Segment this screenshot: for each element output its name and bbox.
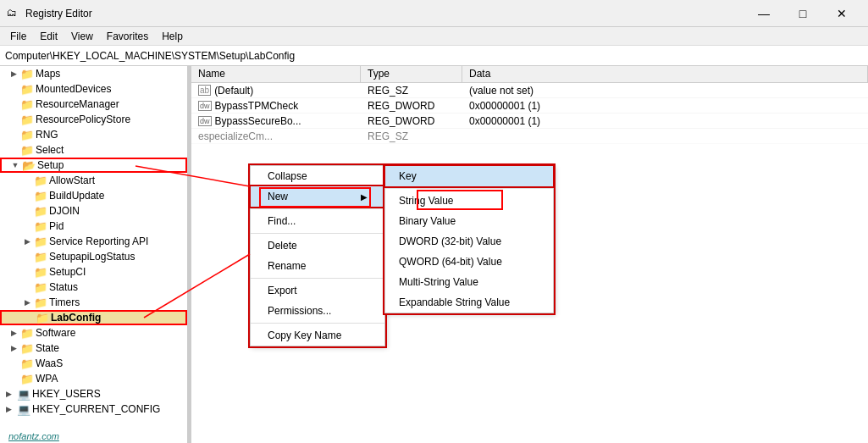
tree-item-pid[interactable]: 📁 Pid [0,219,187,234]
tree-item-setup[interactable]: ▼ 📂 Setup [0,158,187,173]
menu-file[interactable]: File [3,29,33,43]
ctx-collapse[interactable]: Collapse [251,166,384,186]
tree-item-labconfig[interactable]: 📁 LabConfig [0,310,187,325]
ctx-export-label: Export [268,285,297,296]
value-row-secureboot[interactable]: dw BypassSecureBo... REG_DWORD 0x0000000… [191,114,868,129]
tree-label-state: State [34,342,59,354]
tree-item-status[interactable]: 📁 Status [0,280,187,295]
menu-view[interactable]: View [64,29,100,43]
app-icon: 🗂 [7,7,20,20]
folder-icon-timers: 📁 [34,296,47,309]
tree-item-wpa[interactable]: 📁 WPA [0,371,187,386]
submenu-wrapper: Key String Value Binary Value DWORD (32-… [384,165,554,313]
tree-label-select: Select [34,144,64,156]
value-row-tpmcheck[interactable]: dw BypassTPMCheck REG_DWORD 0x00000001 (… [191,98,868,114]
tree-item-mounted[interactable]: 📁 MountedDevices [0,81,187,97]
toggle-service: ▶ [20,237,34,246]
folder-icon-status: 📁 [34,281,47,294]
tree-label-resource: ResourceManager [34,98,119,110]
ctx-copy[interactable]: Copy Key Name [251,325,384,346]
address-bar: Computer\HKEY_LOCAL_MACHINE\SYSTEM\Setup… [0,46,868,66]
menu-bar: File Edit View Favorites Help [0,27,868,46]
context-menu-wrapper: Collapse New ▶ Find... Delete Rename Exp… [250,165,385,346]
folder-icon-maps: 📁 [20,68,34,80]
value-row-default[interactable]: ab (Default) REG_SZ (value not set) [191,83,868,98]
header-name[interactable]: Name [191,66,361,82]
menu-favorites[interactable]: Favorites [100,29,155,43]
tree-item-waas[interactable]: 📁 WaaS [0,356,187,371]
folder-icon-select: 📁 [20,144,34,157]
close-button[interactable]: ✕ [822,0,861,27]
menu-edit[interactable]: Edit [33,29,64,43]
folder-icon-service: 📁 [34,235,47,248]
ctx-export[interactable]: Export [251,280,384,301]
tree-item-service[interactable]: ▶ 📁 Service Reporting API [0,234,187,249]
folder-icon-mounted: 📁 [20,83,34,96]
minimize-button[interactable]: — [744,0,783,27]
tree-label-setupci: SetupCI [47,266,86,278]
submenu-dword[interactable]: DWORD (32-bit) Value [385,231,553,252]
header-data[interactable]: Data [462,66,868,82]
submenu-multistring-label: Multi-String Value [399,276,478,288]
tree-label-pid: Pid [47,220,64,232]
tree-item-software[interactable]: ▶ 📁 Software [0,325,187,341]
folder-icon-resource: 📁 [20,98,34,111]
folder-icon-labconfig: 📁 [36,312,49,324]
watermark: nofantz.com [8,431,59,441]
value-name-secureboot: dw BypassSecureBo... [191,115,361,127]
ctx-permissions[interactable]: Permissions... [251,301,384,321]
ctx-find[interactable]: Find... [251,211,384,231]
tree-item-state[interactable]: ▶ 📁 State [0,341,187,356]
folder-icon-djoin: 📁 [34,205,47,218]
value-row-extra[interactable]: especializeCm... REG_SZ [191,129,868,144]
tree-item-hkey-current[interactable]: ▶ 💻 HKEY_CURRENT_CONFIG [0,401,187,417]
submenu-multistring[interactable]: Multi-String Value [385,272,553,292]
submenu: Key String Value Binary Value DWORD (32-… [384,165,554,313]
tree-item-buildupdate[interactable]: 📁 BuildUpdate [0,188,187,203]
tree-item-allowstart[interactable]: 📁 AllowStart [0,173,187,188]
tree-item-resourcepolicy[interactable]: 📁 ResourcePolicyStore [0,112,187,127]
folder-icon-rng: 📁 [20,129,34,141]
submenu-expandable[interactable]: Expandable String Value [385,292,553,313]
tree-item-djoin[interactable]: 📁 DJOIN [0,203,187,219]
tree-item-resource[interactable]: 📁 ResourceManager [0,97,187,112]
tree-label-maps: Maps [34,68,60,80]
tree-item-hkey-users[interactable]: ▶ 💻 HKEY_USERS [0,386,187,401]
submenu-binary[interactable]: Binary Value [385,211,553,231]
ctx-divider-3 [251,278,384,279]
submenu-string[interactable]: String Value [385,191,553,211]
folder-icon-setupci: 📁 [34,266,47,279]
maximize-button[interactable]: □ [783,0,822,27]
title-bar: 🗂 Registry Editor — □ ✕ [0,0,868,27]
submenu-string-label: String Value [399,195,453,207]
tree-item-timers[interactable]: ▶ 📁 Timers [0,295,187,310]
folder-icon-setup: 📂 [22,159,36,172]
menu-help[interactable]: Help [155,29,190,43]
value-name-tpmcheck: dw BypassTPMCheck [191,100,361,112]
tree-item-setupci[interactable]: 📁 SetupCI [0,264,187,280]
ctx-rename[interactable]: Rename [251,256,384,276]
ctx-new[interactable]: New ▶ [251,186,384,207]
tree-item-setupapi[interactable]: 📁 SetupapiLogStatus [0,249,187,264]
tree-label-hkey-users: HKEY_USERS [30,388,101,400]
toggle-software: ▶ [7,329,20,337]
tree-label-resourcepolicy: ResourcePolicyStore [34,114,130,125]
tree-item-maps[interactable]: ▶ 📁 Maps [0,66,187,81]
folder-icon-waas: 📁 [20,357,34,370]
ctx-rename-label: Rename [268,260,306,272]
submenu-key[interactable]: Key [385,166,553,186]
value-name-default: ab (Default) [191,85,361,97]
ctx-copy-label: Copy Key Name [268,329,341,341]
tree-label-labconfig: LabConfig [49,312,101,324]
tree-panel: ▶ 📁 Maps 📁 MountedDevices 📁 ResourceMana… [0,66,188,443]
submenu-expandable-label: Expandable String Value [399,296,510,308]
header-type[interactable]: Type [361,66,462,82]
tree-item-select[interactable]: 📁 Select [0,142,187,158]
ctx-delete[interactable]: Delete [251,235,384,256]
value-data-tpmcheck: 0x00000001 (1) [462,100,868,112]
submenu-qword[interactable]: QWORD (64-bit) Value [385,252,553,272]
ctx-delete-label: Delete [268,240,297,252]
tree-item-rng[interactable]: 📁 RNG [0,127,187,142]
val-icon-secureboot: dw [198,116,212,126]
toggle-hkey-current: ▶ [0,405,17,413]
